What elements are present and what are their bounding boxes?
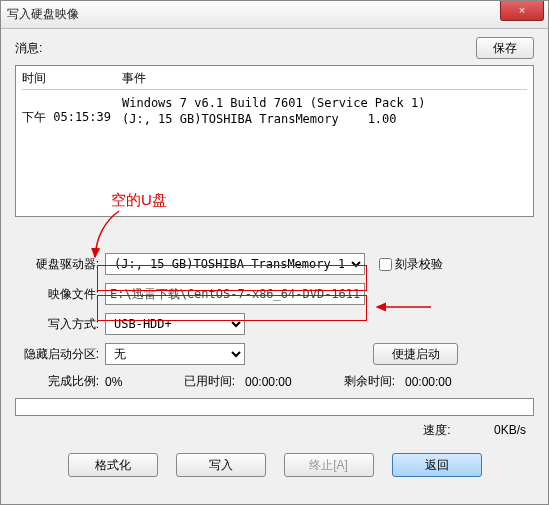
elapsed-value: 00:00:00 [235, 375, 315, 389]
col-time: 时间 [22, 70, 122, 87]
speed-value: 0KB/s [494, 423, 526, 437]
write-button[interactable]: 写入 [176, 453, 266, 477]
log-header: 时间 事件 [22, 70, 527, 90]
log-listbox[interactable]: 时间 事件 下午 05:15:39 Windows 7 v6.1 Build 7… [15, 65, 534, 217]
speed-label: 速度: [423, 423, 450, 437]
window-title: 写入硬盘映像 [7, 6, 79, 23]
close-icon: × [519, 4, 525, 16]
log-event: Windows 7 v6.1 Build 7601 (Service Pack … [122, 95, 527, 127]
verify-checkbox-input[interactable] [379, 258, 392, 271]
titlebar: 写入硬盘映像 × [1, 1, 548, 29]
log-time: 下午 05:15:39 [22, 95, 122, 127]
arrow-icon [77, 207, 127, 267]
convenient-boot-button[interactable]: 便捷启动 [373, 343, 458, 365]
progress-ratio-value: 0% [105, 375, 165, 389]
return-button[interactable]: 返回 [392, 453, 482, 477]
log-row: 下午 05:15:39 Windows 7 v6.1 Build 7601 (S… [22, 94, 527, 128]
close-button[interactable]: × [500, 1, 544, 21]
form-area: 硬盘驱动器: (J:, 15 GB)TOSHIBA TransMemory 1.… [15, 253, 534, 477]
col-event: 事件 [122, 70, 527, 87]
verify-checkbox[interactable]: 刻录校验 [379, 256, 443, 273]
write-mode-label: 写入方式: [15, 316, 105, 333]
abort-button: 终止[A] [284, 453, 374, 477]
hidden-label: 隐藏启动分区: [15, 346, 105, 363]
arrow-icon [371, 297, 441, 317]
hidden-partition-select[interactable]: 无 [105, 343, 245, 365]
write-mode-select[interactable]: USB-HDD+ [105, 313, 245, 335]
remain-label: 剩余时间: [315, 373, 395, 390]
save-button[interactable]: 保存 [476, 37, 534, 59]
dialog-window: 写入硬盘映像 × 消息: 保存 时间 事件 下午 05:15:39 Window… [0, 0, 549, 505]
progress-bar [15, 398, 534, 416]
content-area: 消息: 保存 时间 事件 下午 05:15:39 Windows 7 v6.1 … [1, 29, 548, 485]
messages-label: 消息: [15, 40, 476, 57]
drive-select[interactable]: (J:, 15 GB)TOSHIBA TransMemory 1.00 [105, 253, 365, 275]
format-button[interactable]: 格式化 [68, 453, 158, 477]
verify-label: 刻录校验 [395, 256, 443, 273]
elapsed-label: 已用时间: [165, 373, 235, 390]
progress-ratio-label: 完成比例: [15, 373, 105, 390]
remain-value: 00:00:00 [395, 375, 452, 389]
image-file-input[interactable] [105, 283, 365, 305]
file-label: 映像文件: [15, 286, 105, 303]
